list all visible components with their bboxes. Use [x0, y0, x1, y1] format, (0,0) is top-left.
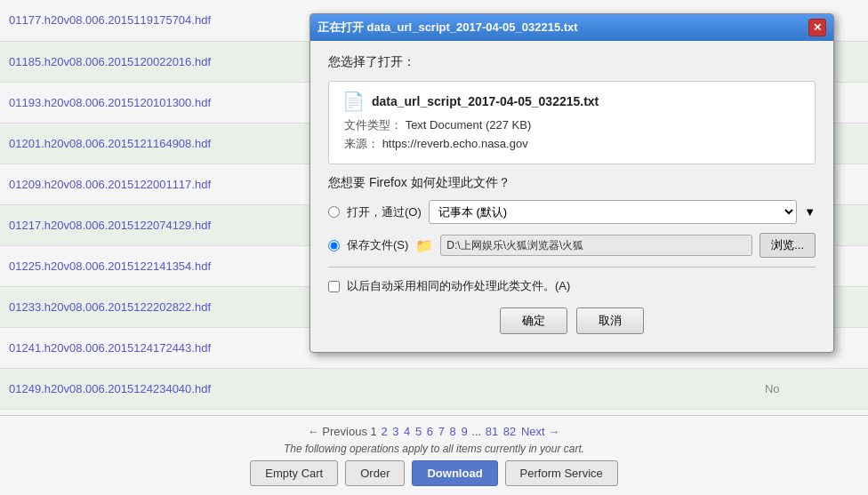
auto-action-checkbox[interactable]	[328, 281, 340, 292]
open-file-dialog: 正在打开 data_url_script_2017-04-05_032215.t…	[309, 13, 834, 353]
dialog-intro-text: 您选择了打开：	[328, 54, 816, 70]
auto-action-label[interactable]: 以后自动采用相同的动作处理此类文件。(A)	[347, 278, 570, 294]
save-file-row: 保存文件(S) 📁 浏览...	[328, 233, 816, 258]
select-arrow-icon: ▼	[804, 205, 816, 219]
file-source-value: https://reverb.echo.nasa.gov	[382, 137, 528, 150]
folder-icon: 📁	[415, 237, 433, 254]
open-with-row: 打开，通过(O) 记事本 (默认) ▼	[328, 200, 816, 224]
dialog-title: 正在打开 data_url_script_2017-04-05_032215.t…	[317, 20, 578, 36]
app-select[interactable]: 记事本 (默认)	[429, 200, 797, 224]
auto-action-row: 以后自动采用相同的动作处理此类文件。(A)	[328, 278, 816, 294]
dialog-question: 您想要 Firefox 如何处理此文件？	[328, 175, 816, 191]
save-path-input[interactable]	[440, 235, 752, 256]
file-name-text: data_url_script_2017-04-05_032215.txt	[372, 94, 599, 108]
open-radio-label[interactable]: 打开，通过(O)	[347, 204, 422, 220]
file-source-row: 来源： https://reverb.echo.nasa.gov	[344, 136, 801, 152]
file-type-label: 文件类型：	[344, 118, 402, 132]
open-radio[interactable]	[328, 206, 340, 218]
divider	[328, 267, 816, 267]
dialog-footer: 确定 取消	[328, 307, 816, 339]
file-name-row: 📄 data_url_script_2017-04-05_032215.txt	[342, 91, 801, 112]
dialog-titlebar: 正在打开 data_url_script_2017-04-05_032215.t…	[310, 14, 833, 41]
file-icon: 📄	[342, 91, 365, 112]
dialog-overlay: 正在打开 data_url_script_2017-04-05_032215.t…	[0, 0, 868, 495]
browse-button[interactable]: 浏览...	[760, 233, 816, 258]
save-radio[interactable]	[328, 240, 340, 251]
save-radio-label[interactable]: 保存文件(S)	[347, 237, 408, 253]
confirm-button[interactable]: 确定	[500, 307, 567, 334]
file-info-box: 📄 data_url_script_2017-04-05_032215.txt …	[328, 81, 816, 164]
file-type-value: Text Document (227 KB)	[406, 118, 532, 132]
file-source-label: 来源：	[344, 137, 379, 150]
file-type-row: 文件类型： Text Document (227 KB)	[344, 117, 801, 133]
dialog-body: 您选择了打开： 📄 data_url_script_2017-04-05_032…	[310, 41, 833, 352]
dialog-close-button[interactable]: ✕	[808, 19, 826, 36]
cancel-button[interactable]: 取消	[576, 307, 644, 334]
